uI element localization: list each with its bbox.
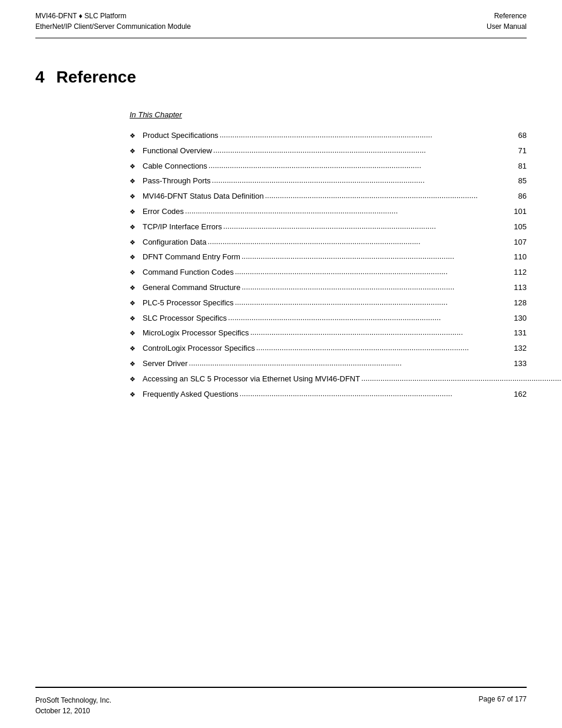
toc-text: Accessing an SLC 5 Processor via Etherne…	[143, 373, 562, 386]
toc-dots	[240, 388, 513, 400]
toc-label: DFNT Command Entry Form	[143, 251, 240, 263]
toc-page: 86	[518, 190, 527, 203]
toc-text: MicroLogix Processor Specifics131	[143, 327, 527, 340]
toc-item: ❖MicroLogix Processor Specifics131	[130, 327, 527, 340]
toc-page: 131	[514, 327, 527, 340]
header-doc-type: User Manual	[487, 21, 527, 32]
toc-bullet-icon: ❖	[130, 207, 135, 218]
toc-dots	[265, 190, 517, 202]
toc-item: ❖Cable Connections81	[130, 160, 527, 173]
toc-label: MVI46-DFNT Status Data Definition	[143, 190, 264, 203]
toc-dots	[242, 251, 513, 263]
header-product-line1: MVI46-DFNT ♦ SLC Platform	[35, 11, 191, 21]
toc-page: 81	[518, 160, 527, 173]
toc-item: ❖MVI46-DFNT Status Data Definition86	[130, 190, 527, 203]
toc-label: Configuration Data	[143, 236, 206, 249]
toc-page: 133	[514, 358, 527, 370]
toc-dots	[209, 160, 517, 172]
toc-page: 71	[518, 145, 527, 157]
toc-item: ❖PLC-5 Processor Specifics128	[130, 297, 527, 309]
toc-label: Pass-Through Ports	[143, 175, 211, 187]
toc-item: ❖ControlLogix Processor Specifics132	[130, 342, 527, 355]
toc-page: 132	[514, 342, 527, 355]
toc-bullet-icon: ❖	[130, 192, 135, 202]
toc-item: ❖DFNT Command Entry Form110	[130, 251, 527, 263]
toc-bullet-icon: ❖	[130, 252, 135, 263]
toc-item: ❖Product Specifications68	[130, 130, 527, 142]
toc-bullet-icon: ❖	[130, 390, 135, 400]
toc-item: ❖Server Driver133	[130, 358, 527, 370]
toc-dots	[256, 342, 513, 354]
footer-company: ProSoft Technology, Inc.	[35, 695, 111, 706]
toc-bullet-icon: ❖	[130, 344, 135, 354]
toc-text: TCP/IP Interface Errors105	[143, 221, 527, 233]
footer-date: October 12, 2010	[35, 706, 111, 716]
toc-text: General Command Structure113	[143, 282, 527, 294]
toc-bullet-icon: ❖	[130, 146, 135, 157]
toc-item: ❖Frequently Asked Questions162	[130, 388, 527, 401]
toc-label: Accessing an SLC 5 Processor via Etherne…	[143, 373, 360, 386]
toc-text: Configuration Data107	[143, 236, 527, 249]
toc-dots	[250, 327, 513, 339]
toc-dots	[223, 220, 513, 233]
toc-bullet-icon: ❖	[130, 283, 135, 294]
header-product-line2: EtherNet/IP Client/Server Communication …	[35, 21, 191, 32]
toc-item: ❖Functional Overview71	[130, 145, 527, 157]
toc-bullet-icon: ❖	[130, 374, 135, 385]
chapter-heading: 4 Reference	[35, 68, 527, 87]
toc-page: 107	[514, 236, 527, 249]
toc-page: 105	[514, 221, 527, 233]
toc-dots	[235, 297, 513, 309]
toc-text: ControlLogix Processor Specifics132	[143, 342, 527, 355]
toc-dots	[361, 373, 562, 385]
toc-text: Product Specifications68	[143, 130, 527, 142]
toc-dots	[242, 281, 513, 294]
toc-item: ❖SLC Processor Specifics130	[130, 312, 527, 325]
page-header: MVI46-DFNT ♦ SLC Platform EtherNet/IP Cl…	[0, 0, 562, 38]
toc-label: PLC-5 Processor Specifics	[143, 297, 234, 309]
main-content: 4 Reference In This Chapter ❖Product Spe…	[0, 38, 562, 561]
toc-bullet-icon: ❖	[130, 222, 135, 233]
toc-label: General Command Structure	[143, 282, 240, 294]
toc-text: Functional Overview71	[143, 145, 527, 157]
toc-bullet-icon: ❖	[130, 268, 135, 278]
toc-label: Error Codes	[143, 206, 184, 218]
toc-text: Pass-Through Ports85	[143, 175, 527, 187]
toc-text: DFNT Command Entry Form110	[143, 251, 527, 263]
toc-dots	[207, 236, 513, 248]
toc-dots	[189, 357, 513, 370]
toc-bullet-icon: ❖	[130, 328, 135, 339]
in-this-chapter-label: In This Chapter	[130, 110, 182, 119]
toc-dots	[212, 174, 517, 187]
page-footer: ProSoft Technology, Inc. October 12, 201…	[35, 687, 527, 728]
toc-text: Command Function Codes112	[143, 266, 527, 279]
toc-bullet-icon: ❖	[130, 131, 135, 141]
toc-text: MVI46-DFNT Status Data Definition86	[143, 190, 527, 203]
footer-left: ProSoft Technology, Inc. October 12, 201…	[35, 695, 111, 716]
header-section: Reference	[487, 11, 527, 21]
toc-bullet-icon: ❖	[130, 176, 135, 187]
toc-page: 112	[514, 266, 527, 279]
toc-dots	[228, 312, 513, 324]
toc-dots	[220, 129, 517, 141]
toc-page: 101	[514, 206, 527, 218]
toc-dots	[235, 266, 513, 278]
toc-page: 130	[514, 312, 527, 325]
header-left: MVI46-DFNT ♦ SLC Platform EtherNet/IP Cl…	[35, 11, 191, 32]
chapter-number: 4	[35, 68, 45, 87]
chapter-title: Reference	[57, 68, 136, 87]
toc-label: Frequently Asked Questions	[143, 388, 239, 401]
toc-item: ❖TCP/IP Interface Errors105	[130, 221, 527, 233]
toc-text: SLC Processor Specifics130	[143, 312, 527, 325]
toc-text: Frequently Asked Questions162	[143, 388, 527, 401]
toc-text: PLC-5 Processor Specifics128	[143, 297, 527, 309]
toc-item: ❖General Command Structure113	[130, 282, 527, 294]
footer-page: Page 67 of 177	[479, 695, 527, 703]
toc-item: ❖Pass-Through Ports85	[130, 175, 527, 187]
toc-bullet-icon: ❖	[130, 238, 135, 248]
toc-item: ❖Command Function Codes112	[130, 266, 527, 279]
toc-label: MicroLogix Processor Specifics	[143, 327, 249, 340]
toc-label: SLC Processor Specifics	[143, 312, 227, 325]
toc-list: ❖Product Specifications68❖Functional Ove…	[130, 130, 527, 400]
toc-page: 128	[514, 297, 527, 309]
